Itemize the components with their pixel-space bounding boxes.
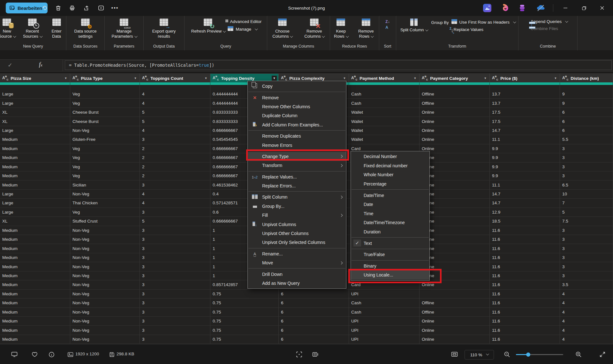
table-cell[interactable]: 6 [279, 290, 349, 299]
table-cell[interactable]: 3.5 [560, 280, 613, 289]
table-cell[interactable]: 3 [560, 144, 613, 153]
table-cell[interactable]: Large [0, 190, 70, 199]
commit-formula-icon[interactable]: ✓ [8, 62, 12, 69]
menu-item-time[interactable]: Time [351, 209, 429, 218]
menu-item-remove-other-columns[interactable]: Remove Other Columns [248, 102, 346, 111]
table-cell[interactable]: Online [420, 217, 490, 226]
table-cell[interactable]: Online [420, 244, 490, 253]
table-cell[interactable]: 4 [560, 326, 613, 335]
table-cell[interactable]: 3 [140, 317, 210, 326]
table-cell[interactable]: Non-Veg [70, 126, 140, 135]
table-cell[interactable]: Online [420, 262, 490, 271]
table-cell[interactable]: 13.7 [490, 90, 560, 99]
ribbon-button-recent-sources[interactable]: Recent Sources [19, 18, 46, 40]
table-cell[interactable]: 14.7 [490, 199, 560, 208]
table-cell[interactable]: Wallet [349, 126, 420, 135]
column-header-pizza-type[interactable]: ABCPizza Type▼ [70, 74, 140, 83]
table-cell[interactable]: 0.75 [210, 299, 279, 307]
table-cell[interactable]: XL [0, 117, 70, 126]
table-cell[interactable]: Card [349, 280, 420, 289]
table-cell[interactable]: 0.75 [210, 335, 279, 344]
menu-item-rename-[interactable]: ARename... [248, 249, 346, 258]
table-cell[interactable]: Medium [0, 308, 70, 317]
formula-input[interactable]: = Table.PromoteHeaders(Source, [PromoteA… [65, 60, 612, 70]
table-cell[interactable]: Online [420, 199, 490, 208]
table-cell[interactable]: 13.7 [490, 99, 560, 108]
table-cell[interactable]: 2 [140, 171, 210, 180]
table-cell[interactable]: 11.6 [490, 262, 560, 271]
table-cell[interactable]: UPI [349, 335, 420, 344]
table-cell[interactable]: 11.6 [490, 244, 560, 253]
table-cell[interactable]: 4 [140, 199, 210, 208]
table-cell[interactable]: Non-Veg [70, 299, 140, 307]
table-cell[interactable]: Wallet [349, 117, 420, 126]
table-cell[interactable]: 11.6 [490, 326, 560, 335]
table-cell[interactable]: Online [420, 163, 490, 171]
table-cell[interactable]: UPI [349, 317, 420, 326]
table-cell[interactable]: Online [420, 117, 490, 126]
table-cell[interactable]: Medium [0, 144, 70, 153]
table-cell[interactable]: Online [420, 280, 490, 289]
ribbon-button-remove-rows[interactable]: Remove Rows [353, 18, 379, 40]
table-cell[interactable]: 3 [140, 244, 210, 253]
table-cell[interactable]: Offline [420, 208, 490, 217]
table-cell[interactable]: Online [420, 126, 490, 135]
table-cell[interactable]: Medium [0, 262, 70, 271]
menu-item-using-locale-[interactable]: Using Locale... [351, 270, 429, 280]
table-cell[interactable]: Medium [0, 226, 70, 235]
table-cell[interactable]: 4 [140, 99, 210, 108]
minimize-button[interactable] [558, 0, 573, 16]
table-cell[interactable]: 3 [560, 163, 613, 171]
table-cell[interactable]: 6 [560, 117, 613, 126]
table-cell[interactable]: 12.9 [490, 208, 560, 217]
table-cell[interactable]: 0.75 [210, 317, 279, 326]
menu-item-date-time[interactable]: Date/Time [351, 191, 429, 200]
table-cell[interactable]: 3 [140, 335, 210, 344]
menu-item-whole-number[interactable]: Whole Number [351, 170, 429, 179]
column-header-distance-km-[interactable]: ABCDistance (km) [560, 74, 613, 83]
table-cell[interactable]: Online [420, 190, 490, 199]
table-cell[interactable]: 5.5 [560, 135, 613, 144]
table-cell[interactable]: Veg [70, 153, 140, 162]
table-cell[interactable]: Online [420, 171, 490, 180]
table-cell[interactable]: 2 [140, 144, 210, 153]
table-cell[interactable]: 14.7 [490, 126, 560, 135]
menu-item-text[interactable]: ✓Text [351, 239, 429, 248]
table-cell[interactable]: Medium [0, 163, 70, 171]
menu-item-replace-errors-[interactable]: Replace Errors... [248, 181, 346, 190]
table-cell[interactable]: Non-Veg [70, 226, 140, 235]
table-cell[interactable]: Cash [349, 308, 420, 317]
zoom-slider[interactable] [516, 354, 563, 355]
table-cell[interactable]: 4 [140, 126, 210, 135]
table-cell[interactable] [420, 290, 490, 299]
table-cell[interactable]: Online [420, 144, 490, 153]
column-header-price-[interactable]: ABCPrice ($)▼ [490, 74, 560, 83]
table-cell[interactable]: Sicilian [70, 180, 140, 189]
table-cell[interactable]: 14.7 [490, 190, 560, 199]
print-icon[interactable] [67, 3, 77, 13]
table-cell[interactable]: Wallet [349, 108, 420, 117]
menu-item-decimal-number[interactable]: Decimal Number [351, 152, 429, 161]
ribbon-button-sort[interactable]: Z↓A [378, 18, 397, 32]
menu-item-true-false[interactable]: True/False [351, 250, 429, 259]
menu-item-move[interactable]: Move [248, 258, 346, 267]
table-cell[interactable]: Online [420, 326, 490, 335]
table-cell[interactable]: Veg [70, 90, 140, 99]
table-cell[interactable]: 3 [140, 180, 210, 189]
table-cell[interactable]: 3 [140, 208, 210, 217]
filter-dropdown-icon[interactable]: ▼ [483, 76, 488, 81]
table-cell[interactable]: Large [0, 99, 70, 108]
table-cell[interactable]: 3 [140, 271, 210, 280]
table-cell[interactable]: 6 [279, 326, 349, 335]
table-cell[interactable]: Online [420, 108, 490, 117]
table-cell[interactable]: 9 [560, 99, 613, 108]
table-cell[interactable]: Thai Chicken [70, 199, 140, 208]
restore-button[interactable] [577, 0, 591, 16]
table-cell[interactable]: 7 [560, 199, 613, 208]
more-options-icon[interactable]: ••• [110, 3, 120, 13]
table-cell[interactable]: Non-Veg [70, 290, 140, 299]
table-cell[interactable]: Cash [349, 90, 420, 99]
table-cell[interactable]: Veg [70, 99, 140, 108]
zoom-slider-thumb[interactable] [526, 353, 530, 357]
table-cell[interactable]: 4 [140, 190, 210, 199]
